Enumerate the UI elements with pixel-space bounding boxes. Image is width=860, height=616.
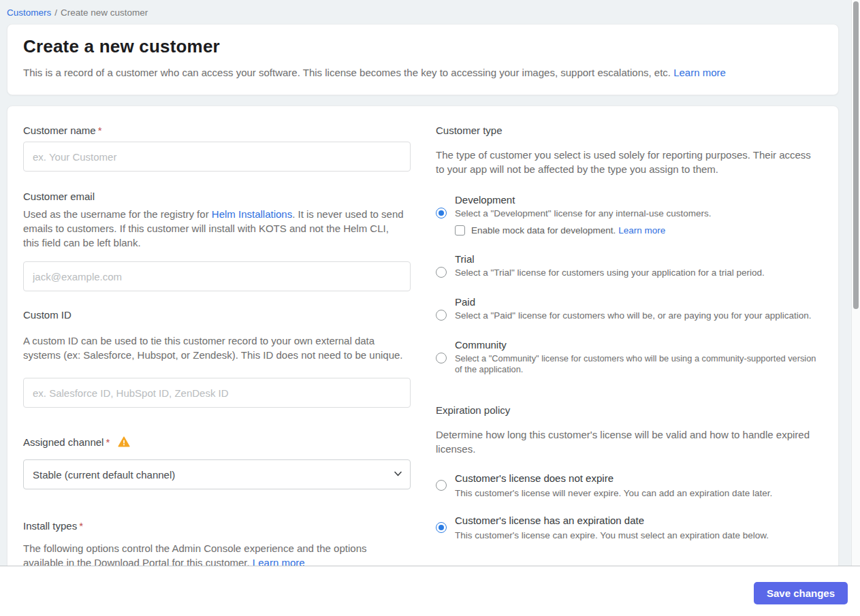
required-asterisk: * [98, 125, 102, 136]
no-expire-description: This customer's license will never expir… [455, 488, 772, 498]
customer-email-description: Used as the username for the registry fo… [23, 207, 404, 250]
mock-data-learn-more-link[interactable]: Learn more [618, 225, 665, 236]
breadcrumb: Customers/Create new customer [0, 0, 860, 18]
paid-description: Select a "Paid" license for customers wh… [455, 310, 812, 321]
no-expire-title: Customer's license does not expire [455, 472, 772, 484]
customer-email-label: Customer email [23, 191, 411, 202]
helm-installations-link[interactable]: Helm Installations [212, 208, 292, 220]
trial-radio[interactable] [436, 267, 447, 278]
development-description: Select a "Development" license for any i… [455, 208, 712, 219]
custom-id-label: Custom ID [23, 309, 411, 321]
development-radio[interactable] [436, 208, 447, 218]
option-community-title: Community [455, 339, 821, 351]
install-types-label: Install types* [23, 520, 411, 532]
option-paid-title: Paid [455, 296, 821, 308]
no-expire-radio[interactable] [436, 480, 447, 491]
required-asterisk: * [106, 436, 110, 448]
form-left-column: Customer name* Customer email Used as th… [23, 125, 411, 570]
custom-id-input[interactable] [23, 378, 411, 408]
required-asterisk: * [79, 520, 83, 532]
customer-type-description: The type of customer you select is used … [436, 148, 821, 176]
expiration-option-no-expire: Customer's license does not expire This … [436, 472, 821, 498]
warning-icon [118, 436, 130, 447]
expiration-policy-label: Expiration policy [436, 404, 821, 416]
breadcrumb-current: Create new customer [61, 7, 148, 18]
option-development-title: Development [455, 194, 821, 206]
customer-type-option-paid: Paid Select a "Paid" license for custome… [436, 296, 821, 321]
option-trial-title: Trial [455, 253, 821, 265]
page-scrollbar-thumb[interactable] [853, 1, 859, 309]
customer-type-option-development: Development Select a "Development" licen… [436, 194, 821, 236]
expiration-policy-description: Determine how long this customer's licen… [436, 427, 821, 456]
customer-email-input[interactable] [23, 261, 411, 291]
custom-id-description: A custom ID can be used to tie this cust… [23, 334, 411, 362]
assigned-channel-label: Assigned channel* [23, 436, 411, 448]
mock-data-label: Enable mock data for development. Learn … [471, 225, 665, 236]
footer-bar: Save changes [0, 566, 860, 616]
header-card: Create a new customer This is a record o… [7, 24, 839, 95]
breadcrumb-customers-link[interactable]: Customers [7, 7, 51, 18]
assigned-channel-select[interactable]: Stable (current default channel) [23, 459, 411, 489]
community-description: Select a "Community" license for custome… [455, 353, 821, 375]
customer-type-option-trial: Trial Select a "Trial" license for custo… [436, 253, 821, 278]
form-right-column: Customer type The type of customer you s… [436, 125, 821, 570]
community-radio[interactable] [436, 353, 447, 363]
customer-type-label: Customer type [436, 125, 821, 136]
customer-type-option-community: Community Select a "Community" license f… [436, 339, 821, 375]
save-changes-button[interactable]: Save changes [754, 582, 848, 604]
page-description: This is a record of a customer who can a… [23, 67, 823, 78]
has-expiration-title: Customer's license has an expiration dat… [455, 515, 769, 526]
page-scrollbar-track[interactable] [851, 0, 860, 566]
page-title: Create a new customer [23, 36, 823, 57]
trial-description: Select a "Trial" license for customers u… [455, 267, 765, 278]
customer-name-label: Customer name* [23, 125, 411, 136]
customer-name-input[interactable] [23, 142, 411, 172]
mock-data-checkbox[interactable] [455, 225, 465, 236]
mock-data-row: Enable mock data for development. Learn … [455, 225, 821, 236]
paid-radio[interactable] [436, 310, 447, 321]
form-card: Customer name* Customer email Used as th… [7, 106, 839, 598]
chevron-down-icon [394, 471, 402, 476]
breadcrumb-separator: / [54, 7, 57, 18]
header-learn-more-link[interactable]: Learn more [673, 67, 726, 78]
has-expiration-radio[interactable] [436, 522, 447, 533]
has-expiration-description: This customer's license can expire. You … [455, 530, 769, 540]
expiration-option-has-date: Customer's license has an expiration dat… [436, 515, 821, 540]
